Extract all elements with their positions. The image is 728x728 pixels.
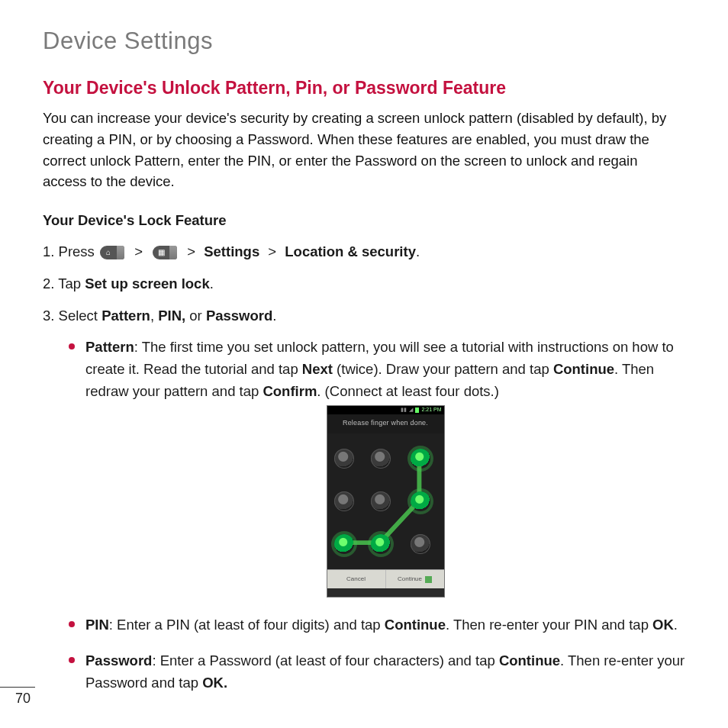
network-icon: ◢ — [409, 406, 413, 414]
continue-label: Continue — [499, 652, 560, 668]
option-pattern-label: Pattern — [85, 339, 134, 355]
option-password: Password: Enter a Password (at least of … — [69, 650, 685, 694]
step-3-or: or — [185, 308, 206, 324]
page-number-rule — [0, 687, 35, 688]
phone-screenshot: ▮▮ ◢ 2:21 PM Release finger when done. — [85, 405, 685, 598]
step-2-text-a: Tap — [58, 275, 85, 292]
pattern-dot-active — [334, 534, 354, 554]
option-pattern-text-d: . (Connect at least four dots.) — [317, 383, 499, 399]
apps-key-icon: ▦ — [153, 246, 177, 259]
continue-label: Continue — [385, 617, 446, 633]
ok-label: OK — [652, 617, 674, 633]
pattern-dot — [371, 449, 391, 469]
pattern-dot-active — [371, 534, 391, 554]
phone-statusbar: ▮▮ ◢ 2:21 PM — [327, 406, 444, 414]
subheading: Your Device's Lock Feature — [43, 212, 691, 229]
manual-page: Device Settings Your Device's Unlock Pat… — [0, 0, 728, 728]
section-title: Your Device's Unlock Pattern, Pin, or Pa… — [43, 78, 691, 98]
pattern-grid — [327, 433, 444, 569]
option-password-text-a: : Enter a Password (at least of four cha… — [152, 652, 499, 668]
pin-label: PIN, — [158, 308, 185, 324]
phone-cancel-button: Cancel — [327, 570, 386, 588]
pattern-dot-active — [411, 449, 430, 469]
step-2-text-c: . — [210, 275, 214, 292]
intro-paragraph: You can increase your device's security … — [43, 108, 685, 192]
phone-button-bar: Cancel Continue — [327, 569, 444, 588]
step-3-end: . — [272, 308, 276, 324]
step-3-text-a: Select — [59, 308, 102, 324]
step-3: Select Pattern, PIN, or Password. — [43, 305, 685, 327]
phone-frame: ▮▮ ◢ 2:21 PM Release finger when done. — [327, 405, 445, 598]
pattern-dot — [411, 534, 430, 554]
location-security-label: Location & security — [285, 243, 416, 259]
steps-list: Press ⌂ > ▦ > Settings > Location & secu… — [43, 241, 685, 326]
pattern-dot-active — [411, 491, 430, 511]
continue-indicator-icon — [425, 576, 432, 583]
pattern-dot — [371, 491, 391, 511]
phone-continue-label: Continue — [398, 575, 422, 584]
battery-icon — [415, 407, 419, 413]
home-key-icon: ⌂ — [100, 246, 124, 259]
set-up-screen-lock-label: Set up screen lock — [85, 275, 209, 292]
phone-instruction-text: Release finger when done. — [327, 414, 444, 433]
next-label: Next — [302, 361, 333, 377]
password-label: Password — [206, 308, 272, 324]
breadcrumb-separator: > — [187, 243, 195, 259]
pattern-dot — [334, 491, 354, 511]
option-pin-text-a: : Enter a PIN (at least of four digits) … — [109, 617, 385, 633]
phone-continue-button: Continue — [386, 570, 444, 588]
confirm-label: Confirm — [263, 383, 317, 399]
step-3-comma: , — [150, 308, 158, 324]
page-number: 70 — [15, 691, 31, 707]
continue-label: Continue — [553, 361, 614, 377]
breadcrumb-separator: > — [268, 243, 276, 259]
step-1-text-a: Press — [59, 243, 95, 259]
settings-label: Settings — [204, 243, 259, 259]
signal-icon: ▮▮ — [401, 406, 407, 414]
step-1-end: . — [416, 243, 420, 259]
pattern-dot — [334, 449, 354, 469]
options-list: Pattern: The first time you set unlock p… — [69, 337, 685, 694]
step-1: Press ⌂ > ▦ > Settings > Location & secu… — [43, 241, 685, 263]
status-time: 2:21 PM — [421, 406, 441, 414]
chapter-title: Device Settings — [43, 27, 691, 55]
pattern-label: Pattern — [101, 308, 150, 324]
option-password-label: Password — [85, 652, 152, 668]
option-pin-label: PIN — [85, 617, 109, 633]
option-pin: PIN: Enter a PIN (at least of four digit… — [69, 614, 685, 636]
option-pin-text-b: . Then re-enter your PIN and tap — [446, 617, 652, 633]
breadcrumb-separator: > — [134, 243, 143, 259]
phone-cancel-label: Cancel — [346, 575, 366, 584]
option-pin-text-c: . — [674, 617, 678, 633]
ok-label: OK. — [202, 675, 227, 691]
option-pattern: Pattern: The first time you set unlock p… — [69, 337, 685, 598]
step-2: Tap Set up screen lock. — [43, 273, 685, 295]
option-pattern-text-b: (twice). Draw your pattern and tap — [333, 361, 553, 377]
